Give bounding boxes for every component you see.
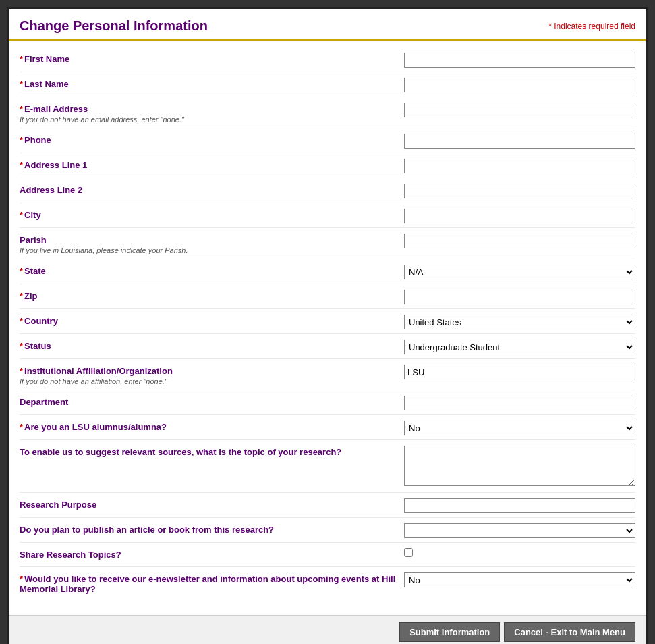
state-select[interactable]: N/AALAKAZARCACOCTDEFLGAHIIDILINIAKSKYLAM… xyxy=(404,265,635,279)
status-row: *Status Undergraduate StudentGraduate St… xyxy=(20,334,635,359)
newsletter-input-cell: NoYes xyxy=(404,571,635,587)
phone-label: *Phone xyxy=(20,132,404,145)
page-header: Change Personal Information * Indicates … xyxy=(9,9,646,41)
status-select[interactable]: Undergraduate StudentGraduate StudentFac… xyxy=(404,340,635,354)
state-label: *State xyxy=(20,263,404,276)
research-topic-input-cell xyxy=(404,444,635,488)
email-row: *E-mail Address If you do not have an em… xyxy=(20,97,635,128)
department-input[interactable] xyxy=(404,396,635,410)
first-name-row: *First Name xyxy=(20,47,635,72)
city-row: *City xyxy=(20,203,635,228)
research-topic-textarea[interactable] xyxy=(404,446,635,486)
form-footer: Submit Information Cancel - Exit to Main… xyxy=(9,615,646,644)
country-row: *Country United StatesCanadaMexicoOther xyxy=(20,309,635,334)
state-row: *State N/AALAKAZARCACOCTDEFLGAHIIDILINIA… xyxy=(20,259,635,284)
country-label: *Country xyxy=(20,313,404,326)
page-title: Change Personal Information xyxy=(20,18,208,34)
last-name-input-cell xyxy=(404,76,635,92)
country-select[interactable]: United StatesCanadaMexicoOther xyxy=(404,315,635,329)
email-input-cell xyxy=(404,101,635,117)
first-name-label: *First Name xyxy=(20,51,404,64)
share-topics-input-cell xyxy=(404,547,635,557)
research-purpose-input-cell xyxy=(404,497,635,513)
publish-row: Do you plan to publish an article or boo… xyxy=(20,518,635,543)
first-name-input-cell xyxy=(404,51,635,68)
newsletter-label: *Would you like to receive our e-newslet… xyxy=(20,571,404,594)
zip-input[interactable] xyxy=(404,290,635,304)
department-row: Department xyxy=(20,390,635,415)
phone-input[interactable] xyxy=(404,134,635,149)
form-body: *First Name *Last Name *E-mail Address I… xyxy=(9,41,646,615)
required-note: * Indicates required field xyxy=(548,22,635,31)
research-purpose-label: Research Purpose xyxy=(20,497,404,510)
parish-input[interactable] xyxy=(404,234,635,248)
share-topics-checkbox[interactable] xyxy=(404,548,413,557)
institution-input-cell xyxy=(404,363,635,379)
alumnus-row: *Are you an LSU alumnus/alumna? NoYes xyxy=(20,415,635,440)
address2-input-cell xyxy=(404,182,635,198)
country-input-cell: United StatesCanadaMexicoOther xyxy=(404,313,635,329)
alumnus-label: *Are you an LSU alumnus/alumna? xyxy=(20,419,404,432)
parish-label: Parish If you live in Louisiana, please … xyxy=(20,232,404,254)
parish-row: Parish If you live in Louisiana, please … xyxy=(20,228,635,259)
alumnus-select[interactable]: NoYes xyxy=(404,421,635,435)
state-input-cell: N/AALAKAZARCACOCTDEFLGAHIIDILINIAKSKYLAM… xyxy=(404,263,635,279)
research-topic-label: To enable us to suggest relevant sources… xyxy=(20,444,404,457)
department-input-cell xyxy=(404,394,635,410)
parish-input-cell xyxy=(404,232,635,248)
address1-label: *Address Line 1 xyxy=(20,157,404,170)
last-name-label: *Last Name xyxy=(20,76,404,89)
newsletter-select[interactable]: NoYes xyxy=(404,572,635,587)
last-name-input[interactable] xyxy=(404,78,635,92)
institution-label: *Institutional Affiliation/Organization … xyxy=(20,363,404,385)
research-purpose-row: Research Purpose xyxy=(20,493,635,518)
share-topics-label: Share Research Topics? xyxy=(20,547,404,560)
zip-row: *Zip xyxy=(20,284,635,309)
publish-input-cell: YesNo xyxy=(404,522,635,538)
research-topic-row: To enable us to suggest relevant sources… xyxy=(20,440,635,493)
first-name-input[interactable] xyxy=(404,53,635,68)
phone-input-cell xyxy=(404,132,635,149)
status-input-cell: Undergraduate StudentGraduate StudentFac… xyxy=(404,338,635,354)
publish-label: Do you plan to publish an article or boo… xyxy=(20,522,404,535)
address1-row: *Address Line 1 xyxy=(20,153,635,178)
address1-input[interactable] xyxy=(404,159,635,173)
address2-row: Address Line 2 xyxy=(20,178,635,203)
alumnus-input-cell: NoYes xyxy=(404,419,635,435)
share-topics-row: Share Research Topics? xyxy=(20,543,635,567)
email-input[interactable] xyxy=(404,103,635,117)
department-label: Department xyxy=(20,394,404,407)
research-purpose-input[interactable] xyxy=(404,498,635,513)
address2-input[interactable] xyxy=(404,184,635,198)
address2-label: Address Line 2 xyxy=(20,182,404,195)
newsletter-row: *Would you like to receive our e-newslet… xyxy=(20,567,635,598)
status-label: *Status xyxy=(20,338,404,351)
cancel-button[interactable]: Cancel - Exit to Main Menu xyxy=(504,622,635,642)
address1-input-cell xyxy=(404,157,635,173)
institution-input[interactable] xyxy=(404,365,635,379)
city-input-cell xyxy=(404,207,635,223)
publish-select[interactable]: YesNo xyxy=(404,523,635,538)
city-input[interactable] xyxy=(404,209,635,223)
zip-input-cell xyxy=(404,288,635,304)
email-label: *E-mail Address If you do not have an em… xyxy=(20,101,404,124)
zip-label: *Zip xyxy=(20,288,404,301)
city-label: *City xyxy=(20,207,404,220)
phone-row: *Phone xyxy=(20,128,635,153)
last-name-row: *Last Name xyxy=(20,72,635,97)
institution-row: *Institutional Affiliation/Organization … xyxy=(20,359,635,390)
main-window: Change Personal Information * Indicates … xyxy=(7,7,648,644)
submit-button[interactable]: Submit Information xyxy=(399,622,500,642)
